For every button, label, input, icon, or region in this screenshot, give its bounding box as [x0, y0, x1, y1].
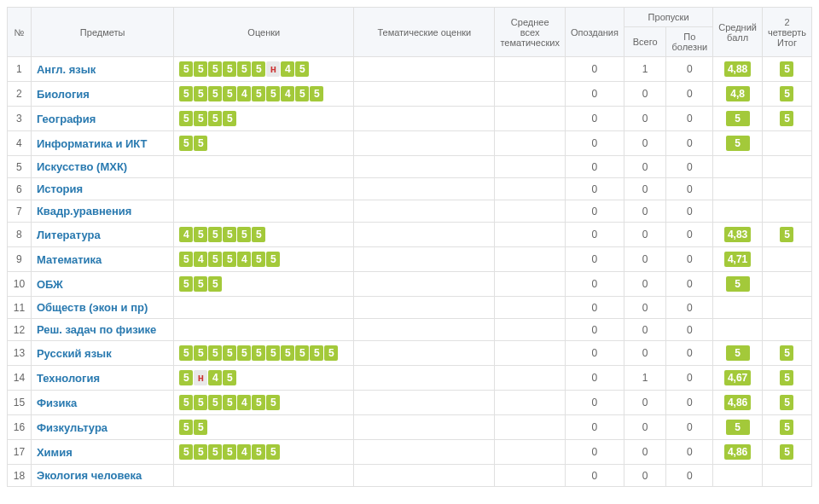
quarter-cell [762, 247, 811, 272]
row-number: 10 [8, 272, 32, 297]
absent-sick-cell: 0 [666, 131, 713, 156]
subject-link[interactable]: Англ. язык [37, 63, 96, 76]
absent-sick-cell: 0 [666, 82, 713, 107]
subject-link[interactable]: Экология человека [37, 469, 142, 482]
grade-badge: 4 [281, 61, 294, 77]
table-row: 8Литература4555550004,835 [8, 223, 812, 247]
subject-link[interactable]: Реш. задач по физике [37, 323, 156, 336]
avg-thematic-cell [495, 156, 565, 178]
row-number: 7 [8, 200, 32, 223]
late-cell: 0 [565, 131, 624, 156]
subject-link[interactable]: Биология [37, 88, 90, 101]
row-number: 16 [8, 415, 32, 440]
grade-badge: 5 [179, 420, 193, 435]
subject-link[interactable]: География [37, 113, 96, 125]
subject-link[interactable]: Физика [37, 397, 77, 409]
quarter-cell: 5 [762, 415, 811, 440]
late-cell: 0 [565, 200, 624, 223]
grade-badge: 5 [266, 345, 280, 361]
avg-cell: 4,71 [713, 247, 763, 272]
header-num: № [8, 8, 32, 57]
absent-sick-cell: 0 [666, 391, 713, 415]
row-number: 8 [8, 223, 32, 247]
grade-badge: 4 [179, 227, 193, 242]
grades-cell [174, 297, 354, 319]
avg-cell: 5 [713, 272, 763, 297]
quarter-cell: 5 [762, 223, 811, 247]
subject-link[interactable]: Информатика и ИКТ [37, 137, 148, 150]
grade-badge: 5 [179, 61, 193, 77]
grade-badge: 5 [223, 444, 236, 460]
avg-thematic-cell [495, 341, 565, 366]
avg-cell: 4,86 [713, 440, 763, 465]
quarter-badge: 5 [780, 86, 793, 101]
row-number: 14 [8, 366, 32, 391]
quarter-badge: 5 [780, 61, 793, 77]
quarter-cell [762, 178, 811, 200]
late-cell: 0 [565, 319, 624, 341]
late-cell: 0 [565, 247, 624, 272]
quarter-cell: 5 [762, 57, 811, 82]
avg-cell: 5 [713, 415, 763, 440]
quarter-badge: 5 [780, 111, 793, 126]
avg-cell [713, 319, 763, 341]
row-number: 12 [8, 319, 32, 341]
late-cell: 0 [565, 156, 624, 178]
absent-sick-cell: 0 [666, 247, 713, 272]
quarter-badge: 5 [780, 370, 793, 385]
avg-thematic-cell [495, 415, 565, 440]
grades-cell: 5555455455 [174, 82, 354, 107]
quarter-badge: 5 [780, 395, 793, 410]
subject-link[interactable]: История [37, 182, 83, 195]
absent-total-cell: 0 [624, 82, 666, 107]
grade-badge: 4 [237, 252, 251, 267]
grades-cell: 55555555555 [174, 341, 354, 366]
late-cell: 0 [565, 82, 624, 107]
grade-badge: 5 [266, 395, 280, 410]
table-row: 17Химия55554550004,865 [8, 440, 812, 465]
avg-badge: 4,67 [724, 370, 751, 385]
late-cell: 0 [565, 57, 624, 82]
grade-badge: 5 [194, 395, 207, 410]
subject-link[interactable]: Литература [37, 229, 101, 241]
avg-cell: 4,86 [713, 391, 763, 415]
subject-link[interactable]: Физкультура [37, 421, 107, 434]
subject-link[interactable]: Обществ (экон и пр) [37, 301, 148, 314]
grade-badge: 5 [208, 276, 222, 292]
thematic-cell [354, 415, 495, 440]
grade-badge: 4 [237, 86, 251, 101]
avg-thematic-cell [495, 366, 565, 391]
avg-badge: 5 [726, 136, 750, 151]
subject-cell: Биология [31, 82, 174, 107]
grades-cell [174, 178, 354, 200]
subject-link[interactable]: Квадр.уравнения [37, 205, 132, 217]
late-cell: 0 [565, 366, 624, 391]
table-row: 1Англ. язык555555н450104,885 [8, 57, 812, 82]
subject-link[interactable]: Русский язык [37, 347, 112, 360]
quarter-cell: 5 [762, 107, 811, 131]
avg-cell: 4,67 [713, 366, 763, 391]
grades-cell: 5555 [174, 107, 354, 131]
quarter-cell [762, 319, 811, 341]
grade-badge: 5 [295, 86, 309, 101]
subject-cell: Литература [31, 223, 174, 247]
grade-badge: 5 [194, 111, 207, 126]
absent-total-cell: 0 [624, 465, 666, 487]
subject-link[interactable]: Технология [37, 372, 100, 385]
avg-thematic-cell [495, 223, 565, 247]
row-number: 1 [8, 57, 32, 82]
grade-badge: 5 [295, 345, 309, 361]
subject-cell: Математика [31, 247, 174, 272]
row-number: 13 [8, 341, 32, 366]
subject-link[interactable]: ОБЖ [37, 278, 63, 291]
avg-badge: 5 [726, 111, 750, 126]
subject-link[interactable]: Искусство (МХК) [37, 160, 127, 173]
grade-badge: 5 [237, 227, 251, 242]
late-cell: 0 [565, 341, 624, 366]
late-cell: 0 [565, 223, 624, 247]
thematic-cell [354, 178, 495, 200]
subject-link[interactable]: Химия [37, 446, 73, 459]
subject-link[interactable]: Математика [37, 253, 102, 266]
grades-cell: 455555 [174, 223, 354, 247]
grade-badge: 5 [179, 136, 193, 151]
